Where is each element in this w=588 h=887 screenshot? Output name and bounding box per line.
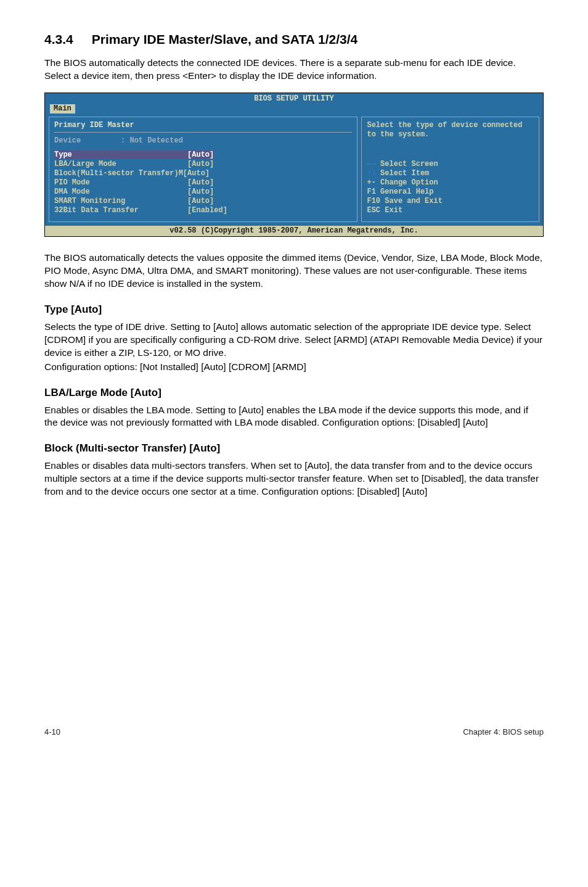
bios-row-type: Type [Auto]: [54, 151, 352, 160]
bios-left-pane: Primary IDE Master Device : Not Detected…: [49, 117, 357, 222]
block-heading: Block (Multi-sector Transfer) [Auto]: [44, 442, 544, 456]
bios-divider: [54, 132, 352, 133]
bios-legend: ←→ Select Screen ↑↓ Select Item +- Chang…: [367, 160, 534, 215]
page-footer: 4-10 Chapter 4: BIOS setup: [44, 727, 544, 738]
bios-row-smart: SMART Monitoring [Auto]: [54, 197, 352, 206]
bios-row-32bit: 32Bit Data Transfer [Enabled]: [54, 206, 352, 215]
bios-row-block: Block(Multi-sector Transfer)M[Auto]: [54, 169, 352, 178]
bios-tab-main: Main: [50, 104, 75, 113]
type-paragraph-1: Selects the type of IDE drive. Setting t…: [44, 321, 544, 360]
bios-row-pio: PIO Mode [Auto]: [54, 178, 352, 188]
bios-row-lba: LBA/Large Mode [Auto]: [54, 160, 352, 169]
block-paragraph: Enables or disables data multi-sectors t…: [44, 460, 544, 498]
type-paragraph-2: Configuration options: [Not Installed] […: [44, 361, 544, 374]
bios-right-pane: Select the type of device connected to t…: [361, 117, 539, 222]
after-bios-paragraph: The BIOS automatically detects the value…: [44, 252, 544, 291]
chapter-label: Chapter 4: BIOS setup: [463, 727, 544, 738]
section-title-text: Primary IDE Master/Slave, and SATA 1/2/3…: [92, 32, 357, 46]
bios-header: Primary IDE Master: [54, 121, 352, 130]
section-number: 4.3.4: [44, 31, 73, 48]
bios-device-row: Device : Not Detected: [54, 136, 352, 146]
lba-heading: LBA/Large Mode [Auto]: [44, 386, 544, 400]
section-heading: 4.3.4Primary IDE Master/Slave, and SATA …: [44, 31, 544, 48]
page-number: 4-10: [44, 727, 60, 738]
type-heading: Type [Auto]: [44, 303, 544, 317]
arrow-lr-icon: ←→: [367, 160, 375, 168]
bios-footer: v02.58 (C)Copyright 1985-2007, American …: [45, 226, 543, 236]
bios-help-text: Select the type of device connected to t…: [367, 121, 534, 139]
arrow-ud-icon: ↑↓: [367, 169, 375, 178]
bios-title: BIOS SETUP UTILITY: [45, 93, 543, 104]
intro-paragraph: The BIOS automatically detects the conne…: [44, 57, 544, 83]
lba-paragraph: Enables or disables the LBA mode. Settin…: [44, 404, 544, 430]
bios-screenshot: BIOS SETUP UTILITY Main Primary IDE Mast…: [44, 93, 544, 237]
bios-row-dma: DMA Mode [Auto]: [54, 188, 352, 197]
